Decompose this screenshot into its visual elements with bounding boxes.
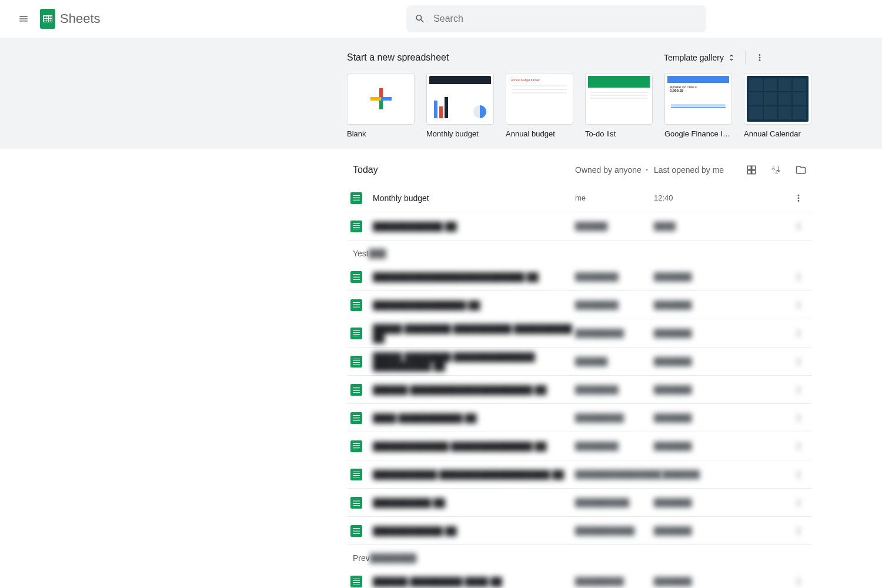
file-row[interactable]: ██████████████████████████ █████████████… <box>347 263 811 291</box>
template-blank[interactable]: Blank <box>347 73 415 138</box>
file-row[interactable]: Monthly budgetme12:40 <box>347 184 811 212</box>
templates-title: Start a new spreadsheet <box>347 52 449 63</box>
app-brand[interactable]: Sheets <box>40 9 101 29</box>
grid-view-button[interactable] <box>741 159 762 181</box>
template-gallery-label: Template gallery <box>664 53 724 62</box>
file-row[interactable]: █████████████ ██████████████ ███████████… <box>347 432 811 460</box>
svg-text:Z: Z <box>776 169 779 175</box>
file-owner: me <box>575 193 654 202</box>
file-time: ███████ <box>654 300 733 309</box>
more-vert-icon <box>793 328 804 339</box>
more-vert-icon <box>793 526 804 536</box>
file-time: 12:40 <box>654 193 733 202</box>
file-row[interactable]: █████ ████████ ██████████████ ██████████… <box>347 348 811 376</box>
template-gallery-button[interactable]: Template gallery <box>658 49 741 66</box>
sheets-file-icon <box>350 469 362 480</box>
template-thumbnail[interactable] <box>426 73 494 125</box>
sheets-file-icon <box>350 220 362 232</box>
template-annual-budget[interactable]: Annual budget trackerAnnual budget <box>506 73 573 138</box>
template-label: Blank <box>347 129 415 138</box>
file-time: ████ <box>654 222 733 230</box>
file-owner: ███████████ <box>575 526 654 535</box>
owner-filter-label: Owned by anyone <box>575 165 642 175</box>
file-row[interactable]: ████████████████ █████████████████ <box>347 291 811 319</box>
file-more-button[interactable] <box>788 216 809 237</box>
sheets-file-icon <box>350 192 362 204</box>
file-time: ███████ <box>654 577 733 586</box>
more-options-button[interactable] <box>749 47 770 68</box>
template-label: To-do list <box>585 129 653 138</box>
search-input[interactable] <box>433 14 697 24</box>
template-label: Google Finance Invest… <box>664 129 732 138</box>
more-vert-icon <box>793 193 804 203</box>
grid-icon <box>746 165 757 175</box>
file-owner: ██████████ <box>575 498 654 507</box>
file-time: ███████ <box>654 526 733 535</box>
template-thumbnail[interactable] <box>585 73 653 125</box>
template-to-do-list[interactable]: To-do list <box>585 73 653 138</box>
owner-filter[interactable]: Owned by anyone <box>575 165 654 175</box>
template-monthly-budget[interactable]: Monthly budget <box>426 73 494 138</box>
file-time: ███████ <box>654 413 733 422</box>
template-thumbnail[interactable]: Annual budget tracker <box>506 73 573 125</box>
template-thumbnail[interactable]: Alphabet Inc Class C2,809.35 <box>664 73 732 125</box>
file-row[interactable]: █████ ████████ ██████████ ██████████ ███… <box>347 319 811 348</box>
file-time: ███████ <box>654 442 733 450</box>
file-row[interactable]: ██████ █████████████████████ ███████████… <box>347 376 811 404</box>
template-annual-calendar[interactable]: Annual Calendar <box>744 73 811 138</box>
file-time: ███████ <box>654 385 733 394</box>
file-name: ██████ █████████ ████ ██ <box>373 577 575 586</box>
file-row[interactable]: ██████████ ███████████████████ <box>347 489 811 517</box>
file-more-button[interactable] <box>788 571 809 589</box>
section-label-today: Today <box>347 165 575 175</box>
template-google-finance-invest-[interactable]: Alphabet Inc Class C2,809.35Google Finan… <box>664 73 732 138</box>
unfold-icon <box>727 54 736 62</box>
more-vert-icon <box>793 469 804 480</box>
file-more-button[interactable] <box>788 323 809 344</box>
file-row[interactable]: ████ ███████████ ██████████████████ <box>347 404 811 432</box>
sheets-file-icon <box>350 384 362 396</box>
sort-options-button[interactable]: AZ <box>766 159 787 181</box>
templates-section: Start a new spreadsheet Template gallery… <box>0 38 882 149</box>
app-name: Sheets <box>60 11 101 26</box>
file-more-button[interactable] <box>788 188 809 209</box>
file-name: █████ ████████ ██████████ ██████████ ██ <box>373 324 575 343</box>
file-more-button[interactable] <box>788 379 809 400</box>
file-more-button[interactable] <box>788 351 809 372</box>
divider <box>745 51 746 65</box>
template-label: Annual Calendar <box>744 129 811 138</box>
more-vert-icon <box>793 497 804 508</box>
main-menu-button[interactable] <box>9 5 38 33</box>
file-owner: ██████ <box>575 357 654 366</box>
template-thumbnail[interactable] <box>744 73 811 125</box>
file-owner: ████████ <box>575 300 654 309</box>
svg-text:A: A <box>772 166 776 171</box>
file-row[interactable]: ██████ █████████ ████ ██████████████████ <box>347 567 811 588</box>
file-name: █████████████ ██████████████ ██ <box>373 442 575 451</box>
open-file-picker-button[interactable] <box>790 159 811 181</box>
file-more-button[interactable] <box>788 492 809 513</box>
file-more-button[interactable] <box>788 436 809 457</box>
sheets-file-icon <box>350 440 362 452</box>
file-row[interactable]: ████████████ ████████████ <box>347 212 811 240</box>
sheets-file-icon <box>350 412 362 424</box>
file-more-button[interactable] <box>788 295 809 316</box>
file-time: ███████ <box>654 357 733 366</box>
template-thumbnail[interactable] <box>347 73 415 125</box>
file-row[interactable]: ████████████ ████████████████████ <box>347 517 811 545</box>
file-more-button[interactable] <box>788 266 809 288</box>
more-vert-icon <box>793 576 804 587</box>
file-name: █████ ████████ ██████████████ ██████████… <box>373 352 575 371</box>
file-more-button[interactable] <box>788 520 809 542</box>
sheets-logo-icon <box>40 9 55 29</box>
file-time: ███████ <box>654 272 733 281</box>
file-more-button[interactable] <box>788 407 809 429</box>
file-more-button[interactable] <box>788 464 809 485</box>
file-name: ██████████ ██ <box>373 498 575 507</box>
more-vert-icon <box>793 385 804 395</box>
file-row[interactable]: ███████████ ███████████████████ ████████… <box>347 460 811 489</box>
folder-icon <box>796 165 806 175</box>
search-bar[interactable] <box>406 5 706 32</box>
list-header: Today Owned by anyone Last opened by me … <box>347 156 811 184</box>
file-time: ███████ <box>662 470 740 479</box>
